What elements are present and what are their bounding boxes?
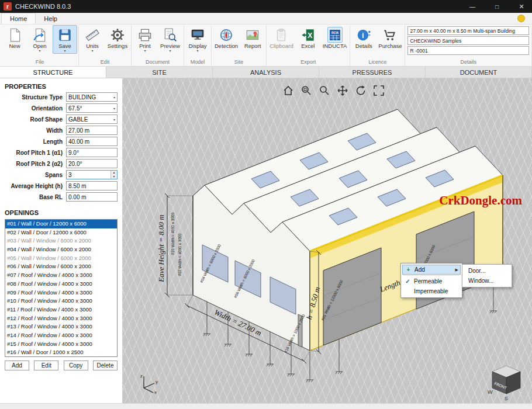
opening-list-item[interactable]: #06 / Wall / Window / 6000 x 2000 [5,262,117,271]
submenu-item-door[interactable]: Door... [464,266,510,276]
base-rl-input[interactable] [66,192,118,202]
status-bar [0,403,532,409]
menu-tab-help[interactable]: Help [36,13,65,24]
update-notification-icon[interactable] [517,15,525,22]
save-floppy-icon [57,27,72,43]
project-name-field[interactable] [407,36,529,45]
opening-list-item[interactable]: #16 / Wall / Door / 1000 x 2500 [5,348,117,357]
pan-icon[interactable] [336,84,349,97]
roof-pitch1-input[interactable] [66,148,118,157]
properties-header: PROPERTIES [0,81,122,92]
tab-structure[interactable]: STRUCTURE [0,67,106,78]
roof-shape-value: GABLE [68,116,88,123]
opening-list-item[interactable]: #09 / Roof / Window / 4000 x 3000 [5,289,117,297]
chevron-down-icon: ▾ [113,95,115,99]
opening-list-item[interactable]: #12 / Roof / Window / 4000 x 3000 [5,314,117,323]
home-view-icon[interactable] [282,84,295,97]
preview-button[interactable]: Preview ▾ [158,25,182,54]
app-icon: r [4,2,12,11]
fit-view-icon[interactable] [372,84,385,97]
building-summary-field[interactable] [407,26,529,35]
zoom-icon[interactable] [318,84,331,97]
context-menu-item-add[interactable]: + Add ▶ [402,265,461,275]
menu-tab-home[interactable]: Home [1,13,36,24]
reference-field[interactable] [407,46,529,55]
opening-list-item[interactable]: #14 / Roof / Window / 4000 x 3000 [5,331,117,340]
length-input[interactable] [66,137,118,146]
width-input[interactable] [66,126,118,135]
opening-list-item[interactable]: #13 / Roof / Window / 4000 x 3000 [5,323,117,331]
minimize-button[interactable]: — [462,0,483,13]
open-button[interactable]: Open ▾ [27,25,52,54]
button-label: Display [188,43,206,49]
purchase-button[interactable]: Purchase [376,25,403,54]
clipboard-icon [274,27,289,43]
inducta-rcb-icon: RCB [327,27,343,43]
add-opening-button[interactable]: Add [5,361,29,370]
excel-button[interactable]: X Excel [296,25,320,54]
property-row: Base RL [0,192,122,202]
building-model: Width = 27.00 m Eave Height = 8.00 m h =… [123,78,532,403]
opening-list-item[interactable]: #04 / Wall / Window / 6000 x 2000 [5,245,117,254]
detection-button[interactable]: Detection [213,25,240,54]
opening-list-item[interactable]: #03 / Wall / Window / 6000 x 2000 [5,237,117,245]
report-button[interactable]: Report [240,25,265,54]
opening-list-item[interactable]: #08 / Roof / Window / 4000 x 3000 [5,280,117,289]
ribbon-group-label: Edit [80,58,130,66]
inducta-button[interactable]: RCB INDUCTA [321,25,349,54]
new-button[interactable]: New [2,25,27,54]
tab-analysis[interactable]: ANALYSIS [213,67,319,78]
y-axis-label: y [156,379,158,384]
print-button[interactable]: Print ▾ [133,25,157,54]
ribbon-group-label: File [2,58,77,66]
units-button[interactable]: Units ▾ [80,25,105,54]
tab-pressures[interactable]: PRESSURES [319,67,426,78]
opening-list-item[interactable]: #07 / Roof / Window / 4000 x 3000 [5,271,117,280]
orbit-icon[interactable] [354,84,367,97]
window-title: CHECKWIND 8.0.3 [15,3,458,10]
opening-list-item[interactable]: #05 / Wall / Window / 6000 x 2000 [5,254,117,263]
clipboard-button[interactable]: Clipboard [268,25,295,54]
spin-down-icon[interactable]: ▼ [111,175,117,179]
ribbon-group-label: Document [133,58,182,66]
average-height-input[interactable] [66,181,118,190]
opening-list-item[interactable]: #11 / Roof / Window / 4000 x 3000 [5,306,117,314]
opening-list-item[interactable]: #10 / Roof / Window / 4000 x 3000 [5,297,117,306]
edit-opening-button[interactable]: Edit [34,361,58,370]
chevron-down-icon: ▾ [113,106,115,110]
zoom-window-icon[interactable] [300,84,313,97]
context-menu-item-permeable[interactable]: ✓ Permeable [402,276,461,286]
save-button[interactable]: Save ▾ [53,25,77,54]
submenu-item-window[interactable]: Window... [464,276,510,286]
orientation-select[interactable]: 67.5° ▾ [66,103,118,113]
close-button[interactable]: ✕ [511,0,532,13]
roof-shape-select[interactable]: GABLE ▾ [66,115,118,124]
details-button[interactable]: i Details [351,25,376,54]
model-viewport[interactable]: Width = 27.00 m Eave Height = 8.00 m h =… [123,78,532,403]
button-label: Units [86,43,99,49]
navigation-cube[interactable]: FRONT W S [486,359,527,401]
tab-site[interactable]: SITE [106,67,213,78]
property-row: Spans 3 ▲ ▼ [0,169,122,180]
length-label: Length [0,138,66,145]
structure-type-label: Structure Type [0,94,66,100]
roof-pitch2-input[interactable] [66,159,118,168]
x-axis-label: x [154,390,157,394]
context-menu-item-impermeable[interactable]: Impermeable [402,286,461,296]
settings-button[interactable]: Settings [105,25,130,54]
spin-up-icon[interactable]: ▲ [111,171,117,175]
ribbon-group-label: Site [213,58,265,66]
structure-type-select[interactable]: BUILDING ▾ [66,92,118,102]
copy-opening-button[interactable]: Copy [64,361,88,370]
opening-list-item[interactable]: #15 / Roof / Window / 4000 x 3000 [5,340,117,349]
spans-stepper[interactable]: 3 ▲ ▼ [66,170,118,179]
display-button[interactable]: Display ▾ [185,25,210,54]
svg-text:X: X [308,31,312,39]
opening-list-item[interactable]: #01 / Wall / Door / 12000 x 6000 [5,220,117,228]
spinner-buttons: ▲ ▼ [110,171,117,179]
delete-opening-button[interactable]: Delete [93,361,118,370]
opening-list-item[interactable]: #02 / Wall / Door / 12000 x 6000 [5,228,117,237]
tab-document[interactable]: DOCUMENT [426,67,532,78]
display-monitor-icon [190,27,205,43]
maximize-button[interactable]: □ [486,0,507,13]
